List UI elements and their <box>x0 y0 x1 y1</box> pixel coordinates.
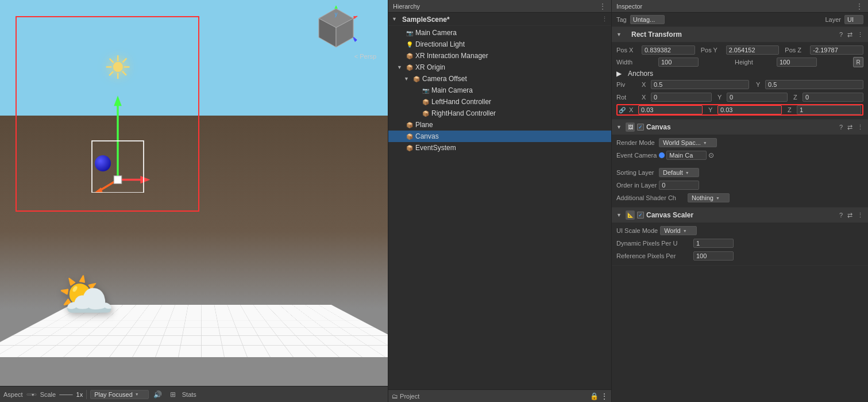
project-label: 🗂 Project <box>392 393 419 400</box>
canvas-scaler-title: Canvas Scaler <box>646 211 837 219</box>
width-field[interactable] <box>658 58 699 67</box>
pos-z-field[interactable] <box>810 45 863 55</box>
obj-name: XR Interaction Manager <box>415 52 488 60</box>
piv-row: Piv X Y <box>616 79 863 90</box>
ui-scale-mode-dropdown[interactable]: World <box>660 226 696 235</box>
pos-x-field[interactable] <box>642 45 695 55</box>
hierarchy-item[interactable]: ▼ 📦 XR Origin <box>388 62 611 73</box>
rect-transform-title: Rect Transform <box>631 30 837 39</box>
aspect-dropdown[interactable] <box>26 393 37 396</box>
grid-icon[interactable]: ⊞ <box>167 389 179 400</box>
rect-transform-section: ▼ Rect Transform ? ⇄ ⋮ Pos X Pos Y <box>612 27 868 120</box>
scaler-expand-icon: ▼ <box>616 212 623 218</box>
hierarchy-item[interactable]: 📷 Main Camera <box>388 85 611 96</box>
rot-x-field[interactable] <box>651 93 712 102</box>
sorting-layer-row: Sorting Layer Default <box>616 167 863 178</box>
r-button[interactable]: R <box>853 57 863 67</box>
scale-slider[interactable]: ─── <box>59 391 72 398</box>
hierarchy-item[interactable]: 📦 RightHand Controller <box>388 108 611 119</box>
canvas-scaler-section: ▼ 📐 ✓ Canvas Scaler ? ⇄ ⋮ UI Scale Mode … <box>612 208 868 266</box>
scene-dots[interactable]: ⋮ <box>601 16 608 23</box>
rot-y-field[interactable] <box>727 93 788 102</box>
canvas-settings-icon[interactable]: ⇄ <box>847 124 852 131</box>
scale-y-field[interactable] <box>717 105 782 114</box>
project-lock-icon[interactable]: 🔒 <box>590 392 599 400</box>
rect-transform-header[interactable]: ▼ Rect Transform ? ⇄ ⋮ <box>612 27 868 42</box>
hierarchy-header: Hierarchy ⋮ <box>388 0 611 13</box>
scaler-more-icon[interactable]: ⋮ <box>857 212 863 219</box>
hierarchy-item[interactable]: 📦 Plane <box>388 119 611 131</box>
scene-canvas[interactable]: ☀ ⛅ <box>0 0 388 386</box>
hierarchy-menu-icon[interactable]: ⋮ <box>599 2 607 11</box>
scene-name-row: ▼ SampleScene* ⋮ <box>388 13 611 26</box>
sorting-layer-dropdown[interactable]: Default <box>659 168 699 177</box>
canvas-comp-actions: ? ⇄ ⋮ <box>839 124 863 131</box>
order-in-layer-field[interactable] <box>659 181 699 190</box>
sound-icon[interactable]: 🔊 <box>152 389 164 400</box>
canvas-section: ▼ 🖼 ✓ Canvas ? ⇄ ⋮ Render Mode World Spa… <box>612 120 868 208</box>
anchors-label: Anchors <box>628 70 662 78</box>
rect-transform-body: Pos X Pos Y Pos Z Width <box>612 42 868 119</box>
scene-view: ☀ ⛅ <box>0 0 388 402</box>
render-mode-dropdown[interactable]: World Spac... <box>659 138 717 147</box>
rot-z-field[interactable] <box>803 93 863 102</box>
hierarchy-item[interactable]: ▼ 📦 Camera Offset <box>388 73 611 85</box>
svg-marker-3 <box>140 176 150 184</box>
nav-cube[interactable]: y <box>313 6 359 52</box>
pos-y-field[interactable] <box>726 45 780 55</box>
layer-dropdown[interactable]: UI <box>844 15 863 24</box>
scene-expand-icon[interactable]: ▼ <box>392 16 399 22</box>
scaler-settings-icon[interactable]: ⇄ <box>847 212 852 219</box>
ui-scale-mode-label: UI Scale Mode <box>616 227 658 234</box>
cloud-icon: ⛅ <box>57 269 115 323</box>
canvas-header[interactable]: ▼ 🖼 ✓ Canvas ? ⇄ ⋮ <box>612 120 868 135</box>
piv-label: Piv <box>616 81 639 88</box>
inspector-menu-icon[interactable]: ⋮ <box>855 2 863 11</box>
hierarchy-item[interactable]: 📦 XR Interaction Manager <box>388 50 611 62</box>
hierarchy-item-canvas[interactable]: 📦 Canvas <box>388 131 611 142</box>
ui-scale-mode-row: UI Scale Mode World <box>616 225 863 236</box>
hierarchy-panel: Hierarchy ⋮ ▼ SampleScene* ⋮ 📷 Main Came… <box>388 0 612 402</box>
obj-name: Main Camera <box>431 86 473 94</box>
canvas-checkbox[interactable]: ✓ <box>637 124 644 131</box>
tag-label: Tag <box>616 16 627 23</box>
canvas-more-icon[interactable]: ⋮ <box>857 124 863 131</box>
hierarchy-item[interactable]: 📷 Main Camera <box>388 27 611 39</box>
more-icon[interactable]: ⋮ <box>857 31 863 39</box>
play-focused-dropdown[interactable]: Play Focused <box>90 390 149 399</box>
scale-z-field[interactable] <box>797 105 861 114</box>
scaler-checkbox[interactable]: ✓ <box>637 212 644 219</box>
dynamic-pixels-field[interactable] <box>693 239 734 248</box>
svg-marker-1 <box>114 95 122 106</box>
play-focused-label: Play Focused <box>94 391 133 398</box>
hierarchy-item[interactable]: 📦 LeftHand Controller <box>388 96 611 108</box>
height-field[interactable] <box>777 58 817 67</box>
rot-z-label: Z <box>793 94 800 101</box>
scaler-question-icon[interactable]: ? <box>839 212 843 219</box>
hierarchy-item[interactable]: 💡 Directional Light <box>388 39 611 50</box>
question-icon[interactable]: ? <box>839 31 843 39</box>
canvas-body: Render Mode World Spac... Event Camera M… <box>612 135 868 207</box>
separator <box>86 390 87 399</box>
canvas-scaler-header[interactable]: ▼ 📐 ✓ Canvas Scaler ? ⇄ ⋮ <box>612 208 868 223</box>
additional-shader-dropdown[interactable]: Nothing <box>688 193 730 202</box>
obj-name: RightHand Controller <box>431 109 496 117</box>
hierarchy-item[interactable]: 📦 EventSystem <box>388 142 611 154</box>
obj-icon: 📦 <box>412 75 421 83</box>
piv-y-field[interactable] <box>765 80 863 89</box>
obj-icon: 💡 <box>406 40 414 48</box>
canvas-question-icon[interactable]: ? <box>839 124 843 131</box>
stats-label: Stats <box>182 391 196 398</box>
event-camera-target-icon[interactable]: ⊙ <box>708 151 714 159</box>
settings-icon[interactable]: ⇄ <box>847 31 852 39</box>
canvas-expand-icon: ▼ <box>616 124 623 130</box>
piv-x-field[interactable] <box>651 80 749 89</box>
reference-pixels-field[interactable] <box>693 251 734 261</box>
obj-name: Camera Offset <box>422 75 467 83</box>
scale-x-field[interactable] <box>638 105 703 114</box>
tag-dropdown[interactable]: Untag... <box>630 15 665 24</box>
obj-name: EventSystem <box>415 144 456 152</box>
pos-z-field-group <box>810 45 863 55</box>
obj-name: LeftHand Controller <box>431 98 491 106</box>
project-dots[interactable]: ⋮ <box>601 392 608 400</box>
